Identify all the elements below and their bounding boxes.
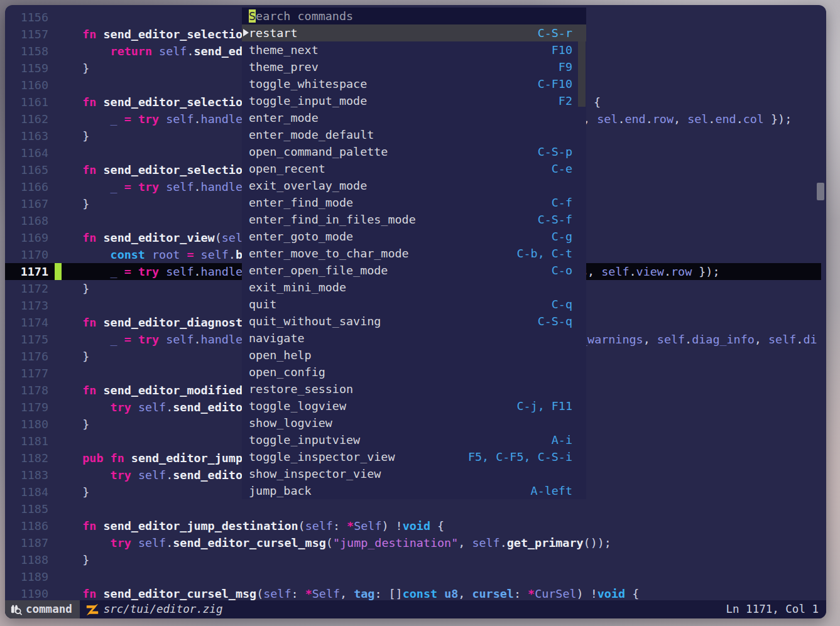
palette-item[interactable]: navigate [242, 330, 586, 347]
palette-item[interactable]: toggle_whitespaceC-F10 [242, 75, 586, 92]
palette-item[interactable]: jump_backA-left [242, 482, 586, 499]
code-text: } [55, 60, 89, 77]
code-token: send_editor_selectio [104, 28, 243, 41]
palette-item-keybinding: A-i [552, 431, 572, 448]
code-token: const [111, 248, 145, 261]
code-token: pub [82, 451, 103, 465]
code-token: _ [111, 180, 117, 193]
palette-item[interactable]: exit_mini_mode [242, 279, 586, 296]
code-token: fn [111, 451, 124, 465]
code-token: . [736, 112, 743, 126]
code-token: . [229, 248, 236, 261]
palette-item-keybinding: A-left [531, 482, 572, 499]
palette-item[interactable]: theme_nextF10 [242, 41, 586, 58]
zig-file-icon [86, 603, 99, 616]
code-token: ( [256, 587, 263, 600]
code-token: = [187, 248, 194, 261]
code-token: . [166, 536, 173, 549]
code-token: row [653, 112, 674, 126]
code-token [55, 587, 82, 600]
palette-item[interactable]: theme_prevF9 [242, 58, 586, 75]
code-line[interactable]: 1189 [5, 568, 826, 585]
palette-item-label: enter_find_in_files_mode [249, 211, 538, 228]
palette-item[interactable]: open_help [242, 347, 586, 364]
palette-item-label: open_command_palette [249, 143, 538, 160]
palette-item-keybinding: F2 [559, 92, 572, 109]
code-line[interactable]: 1188 } [5, 551, 826, 568]
code-token: _ [111, 112, 117, 126]
code-token [55, 316, 82, 329]
code-token: = [124, 112, 131, 126]
code-token [55, 248, 111, 261]
code-token: { [430, 519, 444, 532]
palette-scrollbar-thumb[interactable] [578, 41, 586, 107]
palette-item[interactable]: enter_move_to_char_modeC-b, C-t [242, 245, 586, 262]
palette-item[interactable]: open_command_paletteC-S-p [242, 143, 586, 160]
palette-item[interactable]: exit_overlay_mode [242, 177, 586, 194]
line-number: 1179 [5, 399, 48, 416]
palette-item-label: theme_next [249, 41, 552, 58]
palette-item[interactable]: restore_session [242, 380, 586, 397]
palette-item[interactable]: toggle_inputviewA-i [242, 431, 586, 448]
palette-item[interactable]: enter_mode_default [242, 126, 586, 143]
code-token [131, 401, 138, 414]
code-token [55, 451, 82, 465]
code-token: * [347, 519, 354, 532]
palette-item-label: restore_session [249, 380, 572, 397]
code-token [55, 519, 82, 532]
line-number: 1160 [5, 77, 48, 94]
palette-item[interactable]: show_inspector_view [242, 465, 586, 482]
code-token [131, 180, 138, 193]
palette-item[interactable]: enter_goto_modeC-g [242, 228, 586, 245]
palette-item[interactable]: enter_find_in_files_modeC-S-f [242, 211, 586, 228]
line-number: 1176 [5, 348, 48, 365]
palette-item[interactable]: open_config [242, 364, 586, 380]
mode-indicator[interactable]: command [5, 600, 80, 618]
palette-item[interactable]: show_logview [242, 414, 586, 431]
code-token: self [166, 333, 194, 346]
code-token [96, 28, 103, 41]
palette-item[interactable]: toggle_logviewC-j, F11 [242, 397, 586, 414]
palette-search-input[interactable]: Search commands [242, 8, 586, 24]
palette-item[interactable]: open_recentC-e [242, 160, 586, 177]
palette-item-label: navigate [249, 330, 572, 347]
line-number: 1157 [5, 26, 48, 43]
code-token [124, 451, 131, 465]
code-token: , [458, 536, 472, 549]
code-token [55, 384, 82, 397]
palette-item[interactable]: enter_mode [242, 109, 586, 126]
code-token: try [138, 265, 159, 278]
code-token [152, 45, 159, 58]
palette-item-keybinding: F10 [552, 41, 572, 58]
code-token [159, 265, 166, 278]
palette-item[interactable]: enter_find_modeC-f [242, 194, 586, 211]
code-token: fn [82, 163, 96, 176]
command-mode-icon [10, 603, 22, 615]
code-token: ( [326, 536, 333, 549]
code-token [117, 265, 124, 278]
code-text: try self.send_edito [55, 467, 243, 483]
cursor-position: Ln 1171, Col 1 [726, 600, 826, 618]
code-token: } [55, 197, 89, 210]
palette-item[interactable]: toggle_input_modeF2 [242, 92, 586, 109]
palette-item-keybinding: C-S-q [538, 313, 572, 330]
editor-scrollbar-thumb[interactable] [817, 183, 824, 200]
code-line[interactable]: 1190 fn send_editor_cursel_msg(self: *Se… [5, 585, 826, 602]
code-token [55, 468, 111, 482]
code-token: end [625, 112, 645, 126]
code-line[interactable]: 1185 [5, 500, 826, 517]
palette-item[interactable]: toggle_inspector_viewF5, C-F5, C-S-i [242, 448, 586, 465]
palette-item[interactable]: quitC-q [242, 296, 586, 313]
code-token: fn [82, 316, 96, 329]
code-line[interactable]: 1186 fn send_editor_jump_destination(sel… [5, 517, 826, 534]
code-line[interactable]: 1187 try self.send_editor_cursel_msg("ju… [5, 534, 826, 551]
palette-item[interactable]: restartC-S-r [242, 24, 586, 41]
code-token: _ [111, 333, 117, 346]
code-token [437, 587, 444, 600]
code-token: send_editor_cursel_msg [104, 587, 257, 600]
file-name: src/tui/editor.zig [104, 601, 223, 618]
code-token [55, 333, 111, 346]
palette-item[interactable]: enter_open_file_modeC-o [242, 262, 586, 279]
code-token [131, 468, 138, 482]
palette-item[interactable]: quit_without_savingC-S-q [242, 313, 586, 330]
